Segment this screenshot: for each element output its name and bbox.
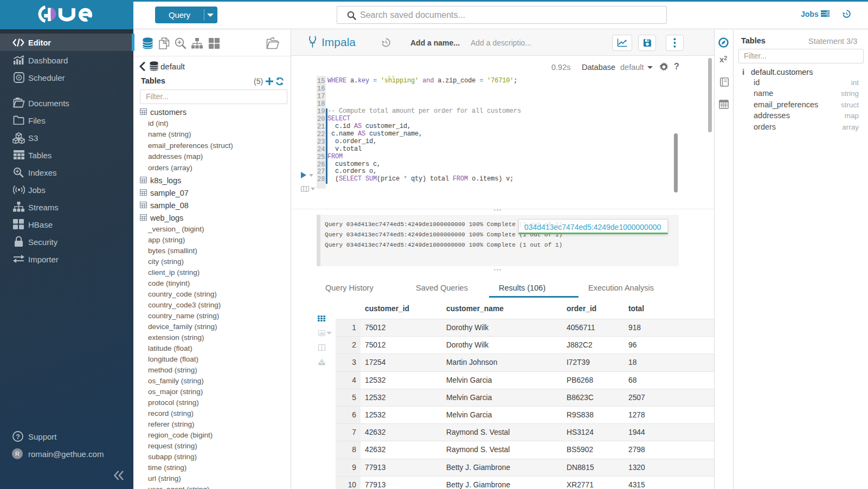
svg-text:R: R bbox=[15, 451, 20, 457]
svg-text:?: ? bbox=[16, 433, 20, 441]
